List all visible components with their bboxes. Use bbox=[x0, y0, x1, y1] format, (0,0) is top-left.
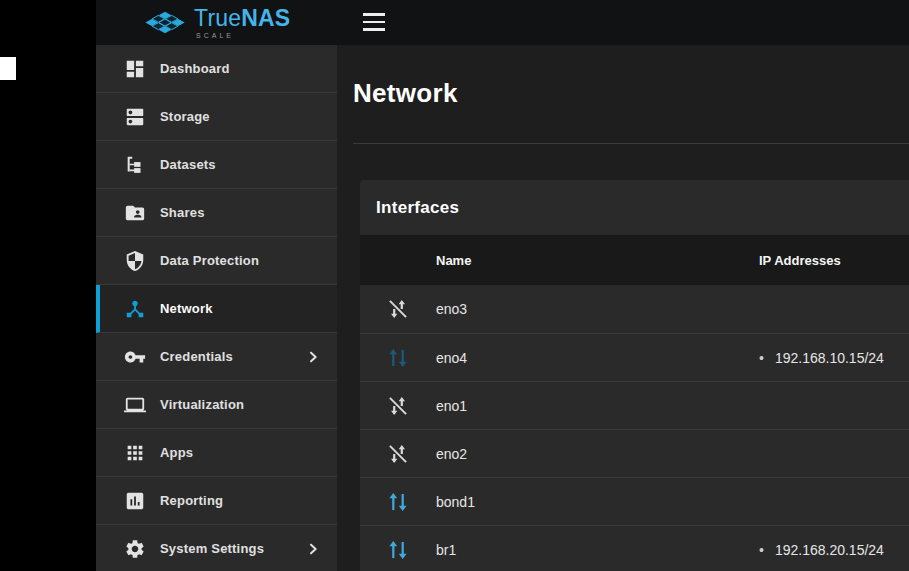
sidebar-item-label: Credentials bbox=[160, 349, 233, 364]
list-bullet: • bbox=[759, 542, 764, 558]
page-title: Network bbox=[337, 45, 909, 108]
ip-address: 192.168.10.15/24 bbox=[775, 350, 884, 366]
interface-disconnected-icon bbox=[386, 442, 410, 466]
storage-disks-icon bbox=[124, 106, 146, 128]
interface-name: eno2 bbox=[436, 446, 755, 462]
sidebar-item-label: Virtualization bbox=[160, 397, 244, 412]
sidebar-item-label: Apps bbox=[160, 445, 193, 460]
table-row-eno4[interactable]: eno4 • 192.168.10.15/24 bbox=[360, 333, 909, 381]
bar-chart-icon bbox=[124, 490, 146, 512]
chevron-right-icon bbox=[305, 349, 321, 365]
interface-up-icon bbox=[386, 490, 410, 514]
truenas-logo-icon bbox=[143, 9, 187, 36]
sidebar-item-apps[interactable]: Apps bbox=[96, 429, 337, 477]
interface-name: eno4 bbox=[436, 350, 755, 366]
sidebar-item-label: Data Protection bbox=[160, 253, 259, 268]
table-header-row: Name IP Addresses bbox=[360, 235, 909, 285]
sidebar-item-credentials[interactable]: Credentials bbox=[96, 333, 337, 381]
sidebar-item-label: System Settings bbox=[160, 541, 264, 556]
sidebar-item-datasets[interactable]: Datasets bbox=[96, 141, 337, 189]
sidebar-item-shares[interactable]: Shares bbox=[96, 189, 337, 237]
sidebar-item-label: Storage bbox=[160, 109, 210, 124]
card-title: Interfaces bbox=[376, 198, 459, 218]
interface-up-icon bbox=[386, 538, 410, 562]
interface-name: bond1 bbox=[436, 494, 755, 510]
interface-name: eno3 bbox=[436, 301, 755, 317]
column-header-ip-addresses: IP Addresses bbox=[755, 253, 909, 268]
table-row-eno3[interactable]: eno3 bbox=[360, 285, 909, 333]
apps-grid-icon bbox=[124, 442, 146, 464]
truenas-window: TrueNAS SCALE Dashboard Storage bbox=[96, 0, 909, 571]
brand-subtitle: SCALE bbox=[194, 32, 290, 39]
main-content: Network Interfaces Name IP Addresses bbox=[337, 45, 909, 571]
key-icon bbox=[124, 346, 146, 368]
sidebar-item-label: Shares bbox=[160, 205, 205, 220]
sidebar-item-dashboard[interactable]: Dashboard bbox=[96, 45, 337, 93]
truenas-logo-text: TrueNAS SCALE bbox=[194, 7, 290, 39]
interface-disconnected-icon bbox=[386, 394, 410, 418]
interface-up-icon bbox=[386, 346, 410, 370]
sidebar-item-label: Network bbox=[160, 301, 213, 316]
desktop-background bbox=[0, 0, 96, 571]
interface-disconnected-icon bbox=[386, 297, 410, 321]
sidebar-item-system-settings[interactable]: System Settings bbox=[96, 525, 337, 571]
sidebar-item-virtualization[interactable]: Virtualization bbox=[96, 381, 337, 429]
chevron-right-icon bbox=[305, 541, 321, 557]
laptop-icon bbox=[124, 394, 146, 416]
topbar: TrueNAS SCALE bbox=[96, 0, 909, 45]
table-row-eno1[interactable]: eno1 bbox=[360, 381, 909, 429]
interfaces-card: Interfaces Name IP Addresses bbox=[360, 180, 909, 571]
sidebar-item-network[interactable]: Network bbox=[96, 285, 337, 333]
interfaces-card-header: Interfaces bbox=[360, 180, 909, 235]
table-row-eno2[interactable]: eno2 bbox=[360, 429, 909, 477]
network-hub-icon bbox=[124, 298, 146, 320]
title-divider bbox=[353, 143, 909, 144]
dataset-tree-icon bbox=[124, 154, 146, 176]
hamburger-icon bbox=[363, 13, 385, 16]
desktop-artifact bbox=[0, 57, 16, 80]
shield-icon bbox=[124, 250, 146, 272]
interface-name: br1 bbox=[436, 542, 755, 558]
dashboard-icon bbox=[124, 58, 146, 80]
folder-shared-icon bbox=[124, 202, 146, 224]
sidebar-item-data-protection[interactable]: Data Protection bbox=[96, 237, 337, 285]
sidebar-item-reporting[interactable]: Reporting bbox=[96, 477, 337, 525]
brand-secondary: NAS bbox=[241, 5, 290, 31]
sidenav-toggle-button[interactable] bbox=[363, 13, 385, 31]
interface-name: eno1 bbox=[436, 398, 755, 414]
truenas-logo[interactable]: TrueNAS SCALE bbox=[143, 7, 290, 39]
table-row-br1[interactable]: br1 • 192.168.20.15/24 bbox=[360, 525, 909, 571]
table-row-bond1[interactable]: bond1 bbox=[360, 477, 909, 525]
gear-icon bbox=[124, 538, 146, 560]
sidebar-item-storage[interactable]: Storage bbox=[96, 93, 337, 141]
sidebar-item-label: Datasets bbox=[160, 157, 216, 172]
ip-address: 192.168.20.15/24 bbox=[775, 542, 884, 558]
sidebar: Dashboard Storage Datasets bbox=[96, 45, 337, 571]
column-header-name: Name bbox=[436, 253, 755, 268]
brand-primary: True bbox=[194, 5, 241, 31]
sidebar-item-label: Reporting bbox=[160, 493, 223, 508]
list-bullet: • bbox=[759, 350, 764, 366]
sidebar-item-label: Dashboard bbox=[160, 61, 230, 76]
